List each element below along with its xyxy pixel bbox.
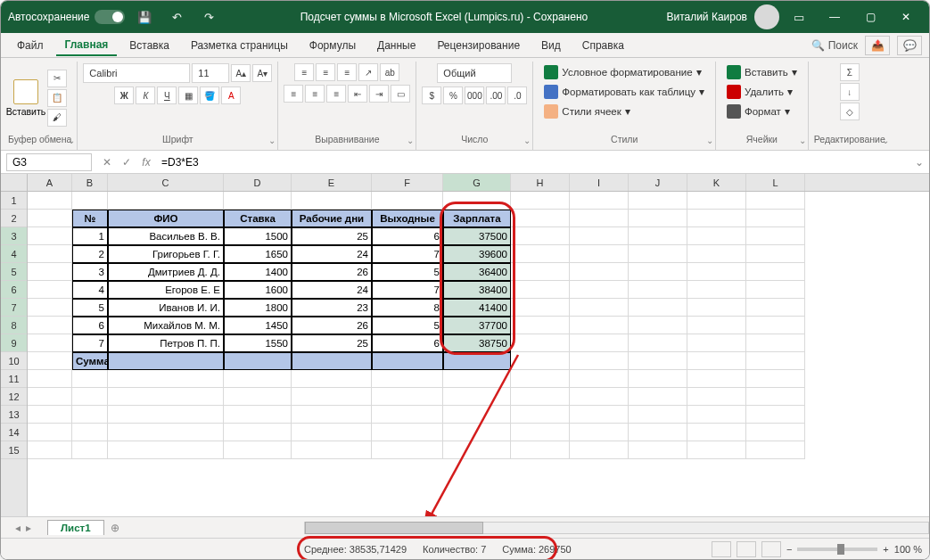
cell-K5[interactable] [687, 263, 746, 281]
cell-D4[interactable]: 1650 [224, 245, 292, 263]
cell-C1[interactable] [108, 192, 224, 210]
page-break-view-button[interactable] [761, 541, 781, 557]
cell-L14[interactable] [746, 424, 805, 441]
format-cells-button[interactable]: Формат▾ [721, 103, 795, 120]
cell-I10[interactable] [570, 352, 629, 370]
tab-insert[interactable]: Вставка [120, 36, 178, 55]
cell-A6[interactable] [28, 281, 72, 299]
cell-D13[interactable] [224, 406, 292, 424]
paste-button[interactable]: Вставить [8, 69, 44, 128]
row-header-6[interactable]: 6 [1, 281, 27, 299]
cell-C14[interactable] [108, 424, 224, 441]
cell-L8[interactable] [746, 317, 805, 334]
cell-D10[interactable] [224, 352, 292, 370]
row-header-11[interactable]: 11 [1, 370, 27, 388]
underline-button[interactable]: Ч [157, 86, 177, 104]
cell-K12[interactable] [687, 388, 746, 406]
tab-data[interactable]: Данные [368, 36, 424, 55]
cell-C5[interactable]: Дмитриев Д. Д. [108, 263, 224, 281]
cell-E11[interactable] [292, 370, 372, 388]
cell-D3[interactable]: 1500 [224, 227, 292, 245]
cell-I8[interactable] [570, 317, 629, 334]
cell-H6[interactable] [511, 281, 570, 299]
cell-E1[interactable] [292, 192, 372, 210]
cell-D8[interactable]: 1450 [224, 317, 292, 334]
tab-home[interactable]: Главная [56, 35, 118, 56]
cell-F7[interactable]: 8 [372, 299, 443, 317]
row-header-15[interactable]: 15 [1, 441, 27, 459]
normal-view-button[interactable] [712, 541, 731, 557]
cell-H7[interactable] [511, 299, 570, 317]
enter-formula-icon[interactable]: ✓ [117, 156, 136, 169]
cell-C6[interactable]: Егоров Е. Е [108, 281, 224, 299]
row-header-7[interactable]: 7 [1, 299, 27, 317]
cell-B7[interactable]: 5 [72, 299, 108, 317]
cell-B2[interactable]: № [72, 210, 108, 227]
cell-E15[interactable] [292, 441, 372, 459]
cell-A14[interactable] [28, 424, 72, 441]
row-header-13[interactable]: 13 [1, 406, 27, 424]
cell-L13[interactable] [746, 406, 805, 424]
decrease-font-icon[interactable]: A▾ [252, 64, 272, 82]
decrease-decimal-icon[interactable]: .0 [507, 86, 527, 104]
select-all-corner[interactable] [1, 174, 28, 192]
cell-G6[interactable]: 38400 [443, 281, 511, 299]
row-header-4[interactable]: 4 [1, 245, 27, 263]
page-layout-view-button[interactable] [737, 541, 756, 557]
tab-page-layout[interactable]: Разметка страницы [182, 36, 297, 55]
cell-E9[interactable]: 25 [292, 334, 372, 352]
cell-C12[interactable] [108, 388, 224, 406]
row-header-10[interactable]: 10 [1, 352, 27, 370]
cell-J13[interactable] [629, 406, 687, 424]
cell-C7[interactable]: Иванов И. И. [108, 299, 224, 317]
cell-K4[interactable] [687, 245, 746, 263]
cell-J6[interactable] [629, 281, 687, 299]
cell-E6[interactable]: 24 [292, 281, 372, 299]
cell-B4[interactable]: 2 [72, 245, 108, 263]
cell-B9[interactable]: 7 [72, 334, 108, 352]
cell-E13[interactable] [292, 406, 372, 424]
cell-J15[interactable] [629, 441, 687, 459]
align-top-icon[interactable]: ≡ [294, 63, 314, 81]
cell-J3[interactable] [629, 227, 687, 245]
align-center-icon[interactable]: ≡ [305, 85, 325, 103]
row-header-1[interactable]: 1 [1, 192, 27, 210]
cell-B14[interactable] [72, 424, 108, 441]
row-header-2[interactable]: 2 [1, 210, 27, 227]
cell-J14[interactable] [629, 424, 687, 441]
cell-L3[interactable] [746, 227, 805, 245]
wrap-text-icon[interactable]: ab [380, 63, 399, 81]
cell-A11[interactable] [28, 370, 72, 388]
cell-G15[interactable] [443, 441, 511, 459]
zoom-in-button[interactable]: + [883, 544, 888, 555]
cell-L10[interactable] [746, 352, 805, 370]
sheet-prev-icon[interactable]: ◂ [15, 522, 21, 534]
row-header-3[interactable]: 3 [1, 227, 27, 245]
cell-G13[interactable] [443, 406, 511, 424]
minimize-button[interactable]: — [819, 4, 851, 29]
cell-G5[interactable]: 36400 [443, 263, 511, 281]
cell-K7[interactable] [687, 299, 746, 317]
add-sheet-button[interactable]: ⊕ [104, 522, 126, 534]
cell-I13[interactable] [570, 406, 629, 424]
comments-button[interactable]: 💬 [897, 36, 922, 55]
cell-J5[interactable] [629, 263, 687, 281]
cell-B13[interactable] [72, 406, 108, 424]
cell-J2[interactable] [629, 210, 687, 227]
cell-F2[interactable]: Выходные [372, 210, 443, 227]
maximize-button[interactable]: ▢ [854, 4, 886, 29]
cell-E5[interactable]: 26 [292, 263, 372, 281]
cell-H4[interactable] [511, 245, 570, 263]
cell-B1[interactable] [72, 192, 108, 210]
cell-L4[interactable] [746, 245, 805, 263]
cell-I12[interactable] [570, 388, 629, 406]
sheet-tab-1[interactable]: Лист1 [47, 520, 104, 535]
cell-I1[interactable] [570, 192, 629, 210]
cell-E14[interactable] [292, 424, 372, 441]
user-avatar[interactable] [754, 4, 779, 29]
tab-review[interactable]: Рецензирование [428, 36, 529, 55]
col-header-D[interactable]: D [224, 174, 292, 191]
cell-K13[interactable] [687, 406, 746, 424]
cell-styles-button[interactable]: Стили ячеек▾ [539, 103, 635, 120]
cell-E2[interactable]: Рабочие дни [292, 210, 372, 227]
